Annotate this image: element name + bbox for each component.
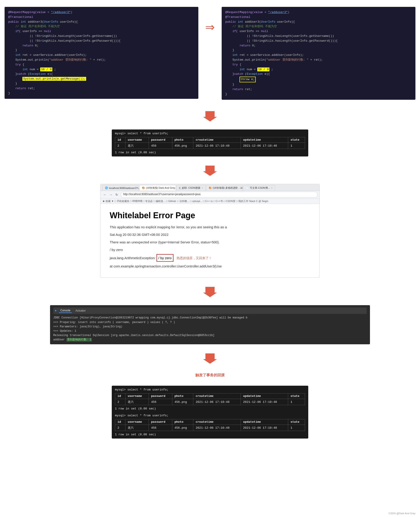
table-cell: 456 — [149, 425, 172, 431]
table-cell: 2021-12-06 17:10:48 — [241, 425, 288, 431]
code-line: int num = 10 / 0 ; — [8, 67, 195, 72]
db-th: state — [288, 419, 305, 425]
code-line: // 验证 用户名和密码 不能为空 — [8, 24, 195, 29]
console-icon: ▶ — [55, 309, 57, 313]
db-th: updatetime — [241, 137, 288, 143]
arrow-down-1 — [5, 110, 415, 122]
table-cell: 2 — [115, 143, 126, 149]
code-panel-right: @RequestMapping(value = "/adduser3") @Tr… — [222, 7, 415, 100]
console-tab-button[interactable]: Console — [59, 308, 72, 313]
address-bar[interactable]: http://localhost:8080/adduser3?username=… — [121, 192, 318, 198]
code-line: return ret; — [225, 87, 412, 92]
table-cell: 456.png — [172, 143, 193, 149]
db-table-2: id username password photo createtime up… — [115, 393, 305, 405]
db-th: username — [125, 394, 149, 399]
db-th: id — [115, 394, 126, 399]
code-line: if( userInfo == null — [225, 29, 412, 34]
browser-tab-3[interactable]: C 皮耶- CSDN搜索 × — [176, 185, 206, 191]
db-th: createtime — [193, 419, 241, 425]
actuator-tab-button[interactable]: Actuator — [74, 309, 87, 313]
svg-marker-3 — [203, 354, 217, 364]
code-line: @RequestMapping(value = "/adduser3") — [225, 10, 412, 15]
code-line: @Transactional — [8, 15, 195, 20]
db-th: createtime — [193, 394, 241, 399]
tab-label: 🌐 — [105, 186, 108, 189]
table-row: 2 老六 456 456.png 2021-12-06 17:10:48 202… — [115, 143, 305, 149]
code-line: } — [8, 81, 195, 86]
console-line-6: addUser 受到影响的行数: 1 — [53, 338, 367, 342]
bottom-db-section: mysql> select * from userinfo; id userna… — [112, 386, 308, 439]
table-cell: 456.png — [172, 425, 193, 431]
code-line: public int addUser3(UserInfo userInfo){ — [225, 20, 412, 24]
browser-tab-5[interactable]: 📄 可文章-CSDN博... × — [243, 185, 275, 191]
db-th: password — [149, 394, 172, 399]
code-line: int ret = userService.addUser(userInfo); — [8, 53, 195, 58]
table-cell: 2021-12-06 17:10:48 — [193, 399, 241, 405]
code-line: } — [8, 91, 195, 96]
db-th: createtime — [193, 137, 241, 143]
db-th: state — [288, 137, 305, 143]
code-line: || !StringUtils.hasLength(userInfo.getPa… — [8, 39, 195, 43]
tab-text: (18张海报) Dark And Grey... — [146, 186, 176, 190]
db-th: updatetime — [241, 419, 288, 425]
db-cmd-2: mysql> select * from userinfo; — [115, 388, 305, 391]
db-cmd-1: mysql> select * from userinfo; — [115, 132, 305, 135]
db-th: state — [288, 394, 305, 399]
arrow-down-3 — [5, 286, 415, 297]
error-line-3: There was an unexpected error (type=Inte… — [110, 239, 310, 245]
db-th: id — [115, 137, 126, 143]
refresh-button[interactable]: ↻ — [114, 192, 119, 197]
code-line: || !StringUtils.hasLength(userInfo.getUs… — [8, 34, 195, 39]
svg-marker-0 — [203, 111, 217, 122]
back-button[interactable]: ← — [102, 192, 107, 197]
code-line: return 0; — [8, 43, 195, 48]
svg-marker-2 — [203, 287, 217, 297]
console-line-1: JDBC Connection [HikariProxyConnection@1… — [53, 316, 367, 320]
db-terminal-1: mysql> select * from userinfo; id userna… — [112, 130, 308, 156]
error-inline-value: / by zero — [157, 254, 173, 262]
db-th: id — [115, 419, 126, 425]
db-th: photo — [172, 419, 193, 425]
tab-label: 📄 — [246, 186, 249, 189]
code-line: @RequestMapping(value = "/adduser3") — [8, 10, 195, 15]
forward-button[interactable]: → — [108, 192, 113, 197]
code-line: // 验证 用户名和密码 不能为空 — [225, 24, 412, 29]
db-th: updatetime — [241, 394, 288, 399]
code-line: } — [225, 48, 412, 53]
db-th: password — [149, 419, 172, 425]
tab-close-icon[interactable]: × — [202, 187, 203, 189]
tab-close-icon[interactable]: × — [271, 187, 273, 189]
bookmark-item[interactable]: ★ 收藏 ▼ □ 手机收藏夹 □ 哔哩哔哩 □ 专业必 □ 编程道... □ G… — [102, 200, 268, 203]
console-line-2: ==> Preparing: insert into userinfo ( us… — [53, 320, 367, 325]
code-line: if( userInfo == null — [8, 29, 195, 34]
code-line: || !StringUtils.hasLength(userInfo.getPa… — [225, 39, 412, 43]
code-line: @Transactional — [225, 15, 412, 20]
db-table-1: id username password photo createtime up… — [115, 137, 305, 149]
browser-tab-2[interactable]: 🎨 (18张海报) Dark And Grey... × — [139, 185, 176, 191]
code-line: } — [225, 82, 412, 87]
db-row-count-2: 1 row in set (0.00 sec) — [115, 407, 305, 410]
db-row-count-1: 1 row in set (0.00 sec) — [115, 151, 305, 154]
browser-tab-4[interactable]: 🎨 (18张海报) 多线程进阶 - Jav... × — [206, 185, 243, 191]
table-cell: 2021-12-06 17:10:48 — [193, 425, 241, 431]
console-line-4: <== Updates: 1 — [53, 329, 367, 333]
table-cell: 456 — [149, 143, 172, 149]
table-cell: 1 — [288, 425, 305, 431]
console-line-5: Releasing transactional SqlSession [org.… — [53, 333, 367, 338]
code-line: throw e; — [225, 77, 412, 82]
db-th: password — [149, 137, 172, 143]
code-line: } — [225, 92, 412, 97]
svg-marker-1 — [203, 166, 217, 176]
error-exception-label: java.lang.ArithmeticException: — [110, 256, 156, 260]
db-th: username — [125, 137, 149, 143]
browser-tab-1[interactable]: 🌐 localhost:8080/adduser3?u... × — [102, 185, 139, 191]
db-th: username — [125, 419, 149, 425]
browser-nav-buttons: ← → ↻ — [102, 192, 119, 197]
code-line: return ret; — [8, 86, 195, 91]
browser-section: 🌐 localhost:8080/adduser3?u... × 🎨 (18张海… — [100, 184, 320, 278]
console-section: ▶ Console Actuator JDBC Connection [Hika… — [5, 305, 415, 344]
table-cell: 老六 — [125, 399, 149, 405]
table-row: 2 老六 456 456.png 2021-12-06 17:10:48 202… — [115, 425, 305, 431]
db-th: photo — [172, 137, 193, 143]
code-line: } — [8, 48, 195, 53]
